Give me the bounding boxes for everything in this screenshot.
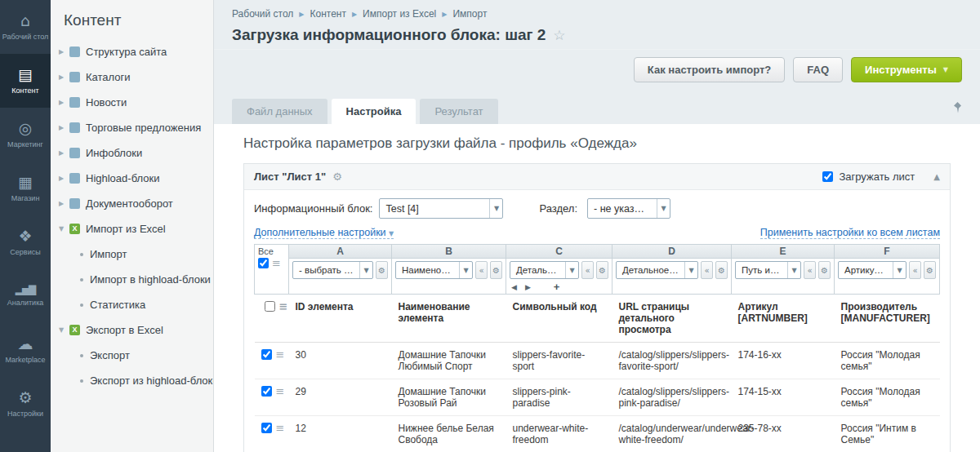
column-field-select[interactable]: Артикул [ARTNUMBE ▼ — [838, 261, 906, 279]
shift-left-icon[interactable]: « — [701, 261, 713, 279]
nav-item-marketplace[interactable]: ☁ Marketplace — [0, 323, 51, 377]
sidebar-item-highload-blocks[interactable]: ▶ Highload-блоки — [51, 166, 213, 191]
tools-button[interactable]: Инструменты ▼ — [851, 57, 962, 82]
sidebar-item-infoblocks[interactable]: ▶ Инфоблоки — [51, 140, 213, 166]
column-mapping-row: Все ≡ A — [255, 245, 940, 295]
sidebar-item-import-highload[interactable]: Импорт в highload-блоки — [51, 267, 213, 292]
offers-icon — [69, 122, 80, 133]
sidebar-item-site-structure[interactable]: ▶ Структура сайта — [51, 39, 213, 64]
apply-all-sheets-link[interactable]: Применить настройки ко всем листам — [760, 227, 940, 239]
home-icon: ⌂ — [20, 13, 30, 29]
shift-left-icon[interactable]: « — [475, 261, 488, 279]
advanced-settings-link[interactable]: Дополнительные настройки ▼ — [254, 227, 394, 239]
column-field-select[interactable]: - выбрать поле - ▼ — [292, 261, 373, 279]
section-title: Настройка параметров загрузки файла - пр… — [234, 135, 960, 152]
services-icon: ❖ — [18, 228, 32, 244]
nav-item-settings[interactable]: ⚙ Настройки — [0, 377, 51, 431]
chevron-right-icon: ▶ — [59, 73, 69, 81]
menu-icon[interactable]: ≡ — [276, 386, 285, 397]
gear-icon[interactable]: ⚙ — [715, 261, 728, 279]
table-row: ≡ 12 Нижнее белье Белая Свобода underwea… — [255, 416, 940, 452]
breadcrumb-item[interactable]: Импорт — [452, 8, 487, 20]
gear-icon[interactable]: ⚙ — [490, 261, 502, 279]
chevron-down-icon: ▼ — [684, 262, 697, 278]
column-field-select[interactable]: Детальная картинк ▼ — [510, 261, 579, 279]
sheet-panel: Лист "Лист 1" ⚙ Загружать лист ▲ Информа… — [243, 163, 951, 452]
sidebar-item-import[interactable]: Импорт — [51, 242, 213, 267]
marketing-icon: ◎ — [19, 121, 33, 136]
tab-data-file[interactable]: Файл данных — [232, 99, 327, 124]
nav-item-desktop[interactable]: ⌂ Рабочий стол — [0, 0, 51, 54]
breadcrumb-item[interactable]: Рабочий стол — [232, 8, 293, 20]
nav-item-analytics[interactable]: ▂▅▇ Аналитика — [0, 269, 51, 323]
sidebar-item-offers[interactable]: ▶ Торговые предложения — [51, 115, 213, 140]
select-all-checkbox[interactable] — [258, 258, 269, 268]
sidebar-item-catalogs[interactable]: ▶ Каталоги — [51, 64, 213, 90]
chevron-right-icon: ▶ — [59, 200, 69, 207]
column-field-select[interactable]: Наименование элем ▼ — [395, 261, 473, 279]
tab-result[interactable]: Результат — [420, 99, 497, 124]
gear-icon[interactable]: ⚙ — [376, 261, 388, 279]
gear-icon[interactable]: ⚙ — [924, 261, 936, 279]
menu-icon[interactable]: ≡ — [279, 301, 288, 312]
chevron-right-icon: ▶ — [59, 48, 69, 55]
chevron-right-icon: ▶ — [59, 175, 69, 182]
header-select-checkbox[interactable] — [265, 301, 275, 312]
gear-icon[interactable]: ⚙ — [332, 171, 342, 182]
cell-code: slippers-pink-paradise — [506, 379, 612, 416]
sidebar-item-export-highload[interactable]: Экспорт из highload-блоков — [51, 368, 213, 393]
section-label: Раздел: — [539, 202, 577, 215]
gear-icon[interactable]: ⚙ — [596, 261, 608, 279]
sidebar-item-news[interactable]: ▶ Новости — [51, 90, 213, 115]
nav-item-shop[interactable]: ▦ Магазин — [0, 162, 51, 215]
cell-id: 30 — [289, 343, 392, 379]
column-header-manufacturer: Производитель [MANUFACTURER] — [835, 295, 940, 343]
table-row: ≡ 30 Домашние Тапочки Любимый Спорт slip… — [255, 343, 940, 379]
sidebar-item-docflow[interactable]: ▶ Документооборот — [51, 191, 213, 216]
breadcrumb-separator-icon: ▶ — [299, 11, 304, 18]
column-field-select[interactable]: Путь из названий р ▼ — [735, 261, 801, 279]
faq-button[interactable]: FAQ — [793, 57, 843, 82]
sidebar-item-export[interactable]: Экспорт — [51, 343, 213, 368]
site-structure-icon — [69, 47, 80, 57]
sidebar-item-excel-import[interactable]: ▼ X Импорт из Excel — [51, 216, 213, 242]
column-field-select[interactable]: Детальное описание ▼ — [616, 261, 698, 279]
collapse-panel-icon[interactable]: ▲ — [933, 172, 940, 181]
nav-item-content[interactable]: ▤ Контент — [0, 54, 51, 108]
help-import-button[interactable]: Как настроить импорт? — [634, 57, 785, 82]
tab-settings[interactable]: Настройка — [332, 99, 416, 124]
cell-article: 174-15-xx — [732, 379, 835, 416]
shift-left-icon[interactable]: « — [581, 261, 594, 279]
nav-item-services[interactable]: ❖ Сервисы — [0, 215, 51, 269]
load-sheet-checkbox[interactable] — [822, 171, 833, 182]
row-checkbox[interactable] — [261, 423, 272, 433]
shift-left-icon[interactable]: « — [909, 261, 921, 279]
sheet-panel-header: Лист "Лист 1" ⚙ Загружать лист ▲ — [244, 164, 950, 190]
column-letter: D — [612, 245, 731, 259]
nav-item-marketing[interactable]: ◎ Маркетинг — [0, 108, 51, 162]
tab-bar: Файл данных Настройка Результат — [214, 91, 980, 124]
gear-icon[interactable]: ⚙ — [818, 261, 831, 279]
sidebar-item-excel-export[interactable]: ▼ X Экспорт в Excel — [51, 317, 213, 343]
breadcrumb-item[interactable]: Контент — [310, 8, 345, 20]
section-select[interactable]: - не указывать - ▼ — [587, 198, 670, 219]
prev-column-icon[interactable]: ◀ — [511, 283, 517, 291]
pin-icon[interactable] — [953, 102, 962, 121]
row-checkbox[interactable] — [261, 349, 272, 360]
add-column-icon[interactable]: + — [554, 281, 560, 292]
favorite-star-icon[interactable]: ☆ — [553, 27, 565, 43]
shift-left-icon[interactable]: « — [804, 261, 816, 279]
next-column-icon[interactable]: ▶ — [525, 283, 531, 291]
row-checkbox[interactable] — [261, 386, 272, 397]
menu-icon[interactable]: ≡ — [276, 423, 285, 433]
iblock-label: Информационный блок: — [254, 202, 372, 215]
column-header-name: Наименование элемента — [392, 295, 506, 343]
iblock-select[interactable]: Test [4] ▼ — [379, 198, 503, 219]
cell-url: /catalog/slippers/slippers-pink-paradise… — [612, 379, 732, 416]
breadcrumb-item[interactable]: Импорт из Excel — [363, 8, 436, 20]
menu-icon[interactable]: ≡ — [272, 258, 281, 268]
cell-manufacturer: Россия "Интим в Семье" — [835, 416, 940, 452]
sidebar-item-statistics[interactable]: Статистика — [51, 292, 213, 317]
main-nav: ⌂ Рабочий стол ▤ Контент ◎ Маркетинг ▦ М… — [0, 0, 51, 452]
menu-icon[interactable]: ≡ — [276, 349, 285, 360]
